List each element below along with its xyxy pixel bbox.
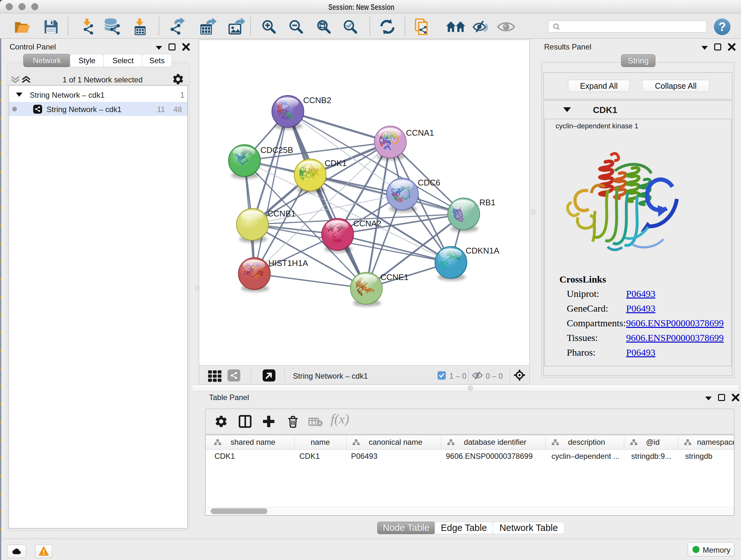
svg-text:CDK1: CDK1 (325, 159, 347, 168)
svg-text:CDC25B: CDC25B (260, 145, 293, 155)
svg-text:CCNE1: CCNE1 (381, 272, 408, 282)
svg-text:HIST1H1A: HIST1H1A (268, 258, 308, 268)
svg-text:CCNA1: CCNA1 (406, 128, 434, 138)
svg-text:CCNA2: CCNA2 (353, 219, 381, 228)
svg-text:CCNB2: CCNB2 (303, 96, 331, 105)
svg-text:RB1: RB1 (479, 198, 495, 207)
svg-text:CDKN1A: CDKN1A (466, 246, 499, 255)
svg-text:CDC6: CDC6 (418, 178, 441, 187)
svg-text:CCNB1: CCNB1 (267, 209, 295, 219)
